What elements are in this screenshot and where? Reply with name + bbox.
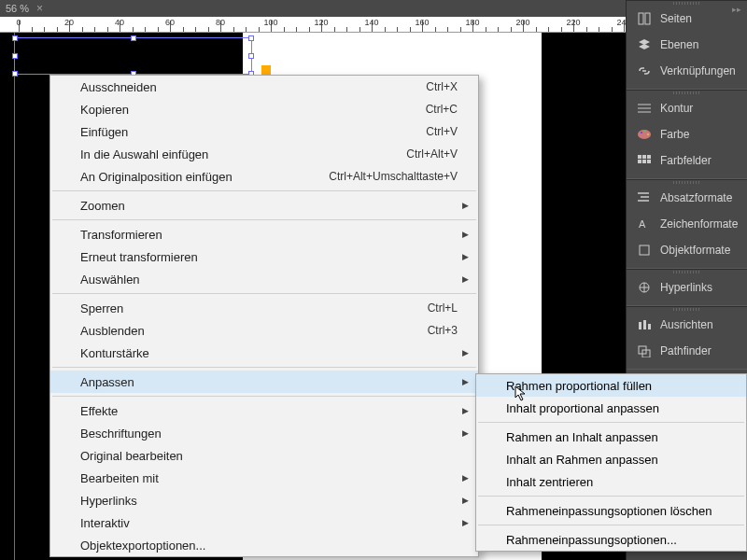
menu-item[interactable]: Bearbeiten mit▶	[50, 467, 478, 489]
panel-swatches[interactable]: Farbfelder	[627, 147, 747, 174]
anchor-indicator	[261, 65, 271, 75]
submenu-label: Rahmeneinpassungsoptionen...	[506, 533, 677, 547]
panel-links[interactable]: Verknüpfungen	[627, 58, 747, 84]
palette-icon	[636, 128, 653, 141]
panel-obj-styles[interactable]: Objektformate	[627, 237, 747, 263]
submenu-arrow-icon: ▶	[462, 252, 469, 261]
selected-frame[interactable]	[14, 37, 252, 75]
menu-item[interactable]: Auswählen▶	[50, 268, 478, 290]
svg-rect-16	[643, 320, 646, 329]
svg-rect-17	[648, 324, 651, 329]
submenu-item[interactable]: Rahmen an Inhalt anpassen	[476, 426, 746, 448]
svg-point-5	[647, 133, 649, 135]
obj-icon	[636, 244, 653, 257]
submenu-label: Rahmen proportional füllen	[506, 379, 652, 393]
menu-label: Interaktiv	[80, 516, 130, 530]
panel-label: Kontur	[660, 102, 693, 115]
menu-label: Kopieren	[80, 103, 129, 117]
panel-stroke[interactable]: Kontur	[627, 95, 747, 121]
menu-item[interactable]: Konturstärke▶	[50, 342, 478, 364]
close-tab-icon[interactable]: ×	[36, 2, 43, 15]
para-icon	[636, 191, 653, 204]
context-menu: AusschneidenCtrl+XKopierenCtrl+CEinfügen…	[49, 75, 479, 557]
zoom-level: 56 %	[0, 3, 29, 14]
menu-item[interactable]: Original bearbeiten	[50, 444, 478, 467]
menu-shortcut: Ctrl+V	[426, 125, 458, 138]
panel-para-styles[interactable]: Absatzformate	[627, 185, 747, 211]
submenu-arrow-icon: ▶	[462, 496, 469, 505]
guide[interactable]	[14, 33, 15, 560]
submenu-arrow-icon: ▶	[462, 406, 469, 415]
align-icon	[636, 318, 653, 331]
panel-label: Verknüpfungen	[660, 64, 736, 77]
svg-rect-10	[642, 160, 646, 163]
submenu-arrow-icon: ▶	[462, 201, 469, 210]
menu-item[interactable]: Objektexportoptionen...	[50, 534, 478, 556]
submenu-arrow-icon: ▶	[462, 230, 469, 239]
panel-char-styles[interactable]: AZeichenformate	[627, 211, 747, 237]
grid9-icon	[636, 154, 653, 167]
menu-item[interactable]: SperrenCtrl+L	[50, 297, 478, 319]
menu-label: Ausschneiden	[80, 80, 157, 94]
menu-shortcut: Ctrl+L	[428, 301, 458, 315]
submenu-item[interactable]: Inhalt proportional anpassen	[476, 397, 746, 419]
submenu-item[interactable]: Rahmen proportional füllen	[476, 374, 746, 397]
panel-pathfinder[interactable]: Pathfinder	[627, 338, 747, 364]
submenu-item[interactable]: Inhalt an Rahmen anpassen	[476, 448, 746, 470]
menu-label: Original bearbeiten	[80, 449, 183, 463]
panel-label: Farbfelder	[660, 154, 712, 167]
menu-shortcut: Ctrl+X	[426, 80, 458, 93]
menu-label: An Originalposition einfügen	[80, 170, 233, 184]
panel-hyperlinks-panel[interactable]: Hyperlinks	[627, 274, 747, 301]
menu-shortcut: Ctrl+Alt+Umschalttaste+V	[329, 170, 458, 183]
menu-item[interactable]: Transformieren▶	[50, 223, 478, 245]
submenu-item[interactable]: Inhalt zentrieren	[476, 470, 746, 493]
submenu-label: Rahmeneinpassungsoptionen löschen	[506, 504, 712, 518]
menu-item[interactable]: EinfügenCtrl+V	[50, 120, 478, 143]
menu-item[interactable]: In die Auswahl einfügenCtrl+Alt+V	[50, 143, 478, 165]
panel-label: Hyperlinks	[660, 281, 712, 294]
svg-rect-7	[642, 155, 646, 159]
panel-align[interactable]: Ausrichten	[627, 312, 747, 338]
menu-label: Erneut transformieren	[80, 250, 198, 264]
horizontal-ruler: 020406080100120140160180200220240	[0, 17, 626, 33]
menu-label: Bearbeiten mit	[80, 471, 159, 485]
menu-item[interactable]: Hyperlinks▶	[50, 489, 478, 511]
anpassen-submenu: Rahmen proportional füllenInhalt proport…	[475, 373, 747, 552]
panel-label: Ausrichten	[660, 318, 713, 331]
panel-label: Absatzformate	[660, 191, 732, 204]
submenu-item[interactable]: Rahmeneinpassungsoptionen...	[476, 528, 746, 551]
svg-rect-1	[645, 13, 650, 24]
menu-item[interactable]: Beschriftungen▶	[50, 422, 478, 444]
panel-pages[interactable]: Seiten	[627, 6, 747, 32]
menu-item[interactable]: Erneut transformieren▶	[50, 245, 478, 268]
menu-item[interactable]: Interaktiv▶	[50, 511, 478, 534]
svg-rect-13	[640, 245, 649, 255]
menu-item[interactable]: An Originalposition einfügenCtrl+Alt+Ums…	[50, 165, 478, 188]
submenu-label: Inhalt an Rahmen anpassen	[506, 453, 658, 467]
menu-label: Einfügen	[80, 125, 128, 139]
submenu-arrow-icon: ▶	[462, 473, 469, 483]
menu-label: Objektexportoptionen...	[80, 539, 205, 553]
panel-label: Zeichenformate	[660, 217, 738, 231]
menu-item[interactable]: KopierenCtrl+C	[50, 98, 478, 120]
menu-shortcut: Ctrl+Alt+V	[406, 147, 458, 161]
menu-item[interactable]: AusblendenCtrl+3	[50, 319, 478, 342]
menu-item[interactable]: Anpassen▶	[50, 371, 478, 393]
submenu-item[interactable]: Rahmeneinpassungsoptionen löschen	[476, 499, 746, 522]
menu-item[interactable]: Zoomen▶	[50, 194, 478, 217]
menu-label: Hyperlinks	[80, 494, 137, 508]
links-icon	[636, 64, 653, 77]
menu-item[interactable]: Effekte▶	[50, 399, 478, 422]
panel-layers[interactable]: Ebenen	[627, 32, 747, 58]
char-icon: A	[636, 217, 653, 231]
pages-icon	[636, 12, 653, 25]
svg-rect-8	[647, 155, 651, 159]
pathf-icon	[636, 344, 653, 357]
menu-label: Transformieren	[80, 228, 162, 242]
menu-label: Konturstärke	[80, 346, 149, 360]
menu-item[interactable]: AusschneidenCtrl+X	[50, 76, 478, 98]
submenu-label: Inhalt proportional anpassen	[506, 401, 659, 415]
svg-text:A: A	[639, 218, 646, 230]
panel-color[interactable]: Farbe	[627, 121, 747, 147]
